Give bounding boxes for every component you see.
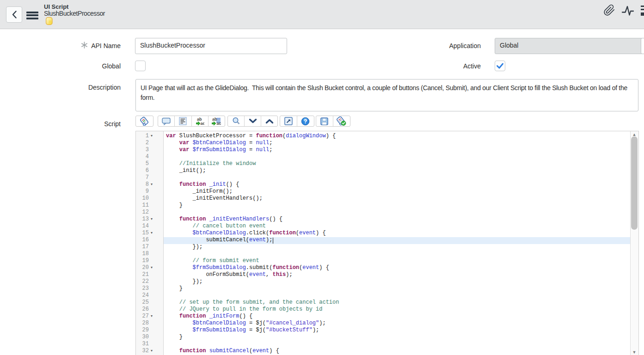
- svg-text:ac: ac: [217, 121, 221, 126]
- svg-text:?: ?: [304, 118, 307, 125]
- svg-text:ac: ac: [200, 121, 204, 126]
